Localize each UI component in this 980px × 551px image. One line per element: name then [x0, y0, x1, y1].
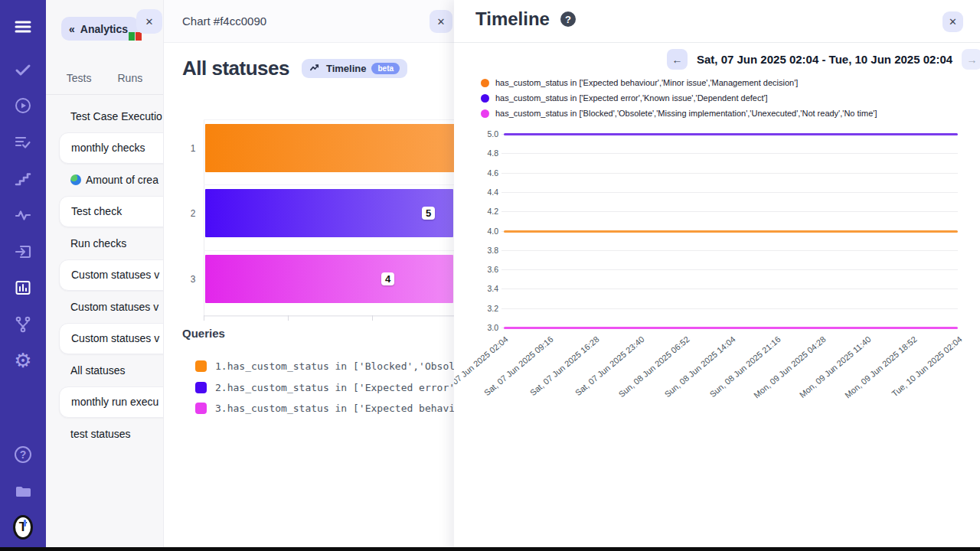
tab-tests[interactable]: Tests [65, 69, 93, 87]
sidebar-item-label: Custom statuses v [70, 301, 158, 313]
chart-legend: has_custom_status in ['Expected behaviou… [481, 75, 877, 121]
hamburger-menu-icon[interactable] [13, 17, 33, 37]
chart-panel-title: Chart #f4cc0090 [182, 15, 266, 28]
y-axis-tick-label: 4.4 [465, 187, 498, 197]
y-axis-tick-label: 4.2 [465, 207, 498, 216]
series-line-3 [504, 327, 958, 329]
legend-item-1[interactable]: has_custom_status in ['Expected behaviou… [481, 75, 877, 90]
folder-icon[interactable] [13, 481, 33, 501]
app-logo[interactable]: T [13, 517, 33, 537]
legend-dot [481, 109, 489, 118]
timeline-close-button[interactable]: ✕ [942, 11, 963, 32]
sidebar-item-amount-of-crea[interactable]: Amount of crea [46, 164, 164, 195]
date-next-button[interactable]: → [962, 49, 980, 70]
query-color-swatch [195, 403, 207, 414]
grid-line [204, 119, 454, 120]
grid-line [501, 211, 958, 212]
steps-icon[interactable] [13, 169, 33, 189]
chart-detail-panel: Chart #f4cc0090 ✕ All statuses Timeline … [164, 0, 454, 551]
sidebar-item-all-statuses[interactable]: All statuses [46, 354, 164, 386]
sidebar-item-label: Run checks [70, 237, 126, 249]
query-text: 2.has_custom_status in ['Expected error'… [215, 382, 454, 393]
bar-series-1[interactable] [205, 124, 454, 172]
help-icon[interactable]: ? [560, 11, 576, 27]
analytics-collapse-button[interactable]: « Analytics [61, 17, 139, 41]
timeline-panel: Timeline ? ✕ ← Sat, 07 Jun 2025 02:04 - … [454, 0, 980, 551]
help-circle-icon[interactable]: ? [13, 445, 33, 465]
axis-tick [204, 315, 204, 321]
logo-accent [24, 520, 26, 527]
axis-tick [288, 315, 289, 321]
grid-line [501, 250, 958, 251]
bar-chart: 12534 [164, 115, 454, 325]
date-prev-button[interactable]: ← [667, 49, 688, 70]
y-axis-tick-label: 4.8 [465, 148, 498, 158]
app-screen: ⚙ ? T « Analytics ✕ Tests Runs Test Case… [0, 0, 980, 551]
x-axis-tick-label: Sat, 07 Jun 2025 16:28 [528, 334, 600, 397]
sidebar-item-run-checks[interactable]: Run checks [46, 227, 164, 259]
timeline-toggle-button[interactable]: Timeline beta [302, 59, 407, 78]
divider [454, 42, 980, 43]
sidebar-item-label: Custom statuses v [71, 332, 159, 344]
x-axis-tick-label: Mon, 09 Jun 2025 18:52 [843, 334, 919, 399]
x-axis-tick-label: Tue, 10 Jun 2025 02:04 [890, 334, 963, 399]
sidebar-item-test-statuses[interactable]: test statuses [46, 418, 164, 449]
grid-line [501, 153, 958, 154]
tab-runs[interactable]: Runs [116, 69, 145, 87]
chart-panel-header: Chart #f4cc0090 [164, 0, 454, 43]
grid-line [204, 184, 454, 185]
sidebar-item-label: Test check [71, 205, 122, 217]
bar-chart-icon[interactable] [13, 278, 33, 298]
bar-series-2[interactable] [205, 189, 453, 237]
activity-pulse-icon[interactable] [13, 205, 33, 225]
sign-in-icon[interactable] [13, 242, 33, 262]
x-axis-tick-label: Sat, 07 Jun 2025 23:40 [573, 334, 646, 397]
bar-series-3[interactable] [205, 255, 453, 303]
timeline-toggle-label: Timeline [326, 63, 367, 74]
grid-line [501, 192, 958, 193]
legend-dot [481, 79, 489, 87]
list-check-icon[interactable] [13, 132, 33, 152]
query-color-swatch [195, 382, 207, 393]
branch-icon[interactable] [13, 315, 33, 334]
grid-line [501, 173, 958, 174]
check-icon[interactable] [13, 60, 33, 80]
x-axis-tick-label: Sun, 08 Jun 2025 14:04 [662, 334, 737, 399]
icon-rail: ⚙ ? T [0, 0, 46, 551]
sidebar-item-label: test statuses [70, 428, 131, 440]
sidebar-item-test-check[interactable]: Test check [59, 196, 164, 227]
x-axis-tick-label: Mon, 09 Jun 2025 04:28 [752, 334, 828, 399]
legend-label: has_custom_status in ['Blocked','Obsolet… [495, 109, 877, 118]
x-axis-tick-label: Sun, 08 Jun 2025 06:52 [617, 334, 691, 399]
sidebar-item-custom-statuses-v[interactable]: Custom statuses v [59, 323, 164, 354]
bar-category-label: 1 [187, 143, 199, 154]
analytics-label: Analytics [80, 23, 128, 35]
y-axis-tick-label: 4.0 [465, 227, 498, 236]
sidebar-item-test-case-executio[interactable]: Test Case Executio [46, 100, 164, 132]
legend-item-3[interactable]: has_custom_status in ['Blocked','Obsolet… [481, 106, 877, 121]
logo-letter: T [13, 515, 33, 540]
sidebar-item-label: Test Case Executio [70, 110, 162, 122]
y-axis-tick-label: 3.4 [465, 284, 498, 293]
sidebar-item-custom-statuses-v[interactable]: Custom statuses v [59, 259, 164, 291]
chart-panel-close-button[interactable]: ✕ [430, 10, 452, 33]
bar-y-axis [204, 120, 204, 316]
grid-line [501, 134, 958, 135]
grid-line [204, 316, 454, 317]
sidebar-item-label: Custom statuses v [71, 269, 159, 281]
query-row-2: 2.has_custom_status in ['Expected error'… [195, 382, 454, 393]
sidebar-item-custom-statuses-v[interactable]: Custom statuses v [46, 291, 164, 322]
grid-line [204, 250, 454, 251]
chart-heading: All statuses [182, 57, 289, 80]
bar-value-label: 4 [381, 272, 394, 285]
query-color-swatch [195, 360, 207, 372]
gear-icon[interactable]: ⚙ [13, 350, 33, 370]
bar-category-label: 3 [187, 274, 199, 285]
sidebar-item-monthly-run-execu[interactable]: monthly run execu [59, 386, 164, 418]
sidebar-close-button[interactable]: ✕ [136, 9, 162, 34]
sidebar-item-monthly-checks[interactable]: monthly checks [59, 132, 164, 164]
legend-item-2[interactable]: has_custom_status in ['Expected error','… [481, 90, 877, 106]
sidebar-tabs: Tests Runs [46, 69, 163, 87]
play-circle-icon[interactable] [13, 96, 33, 116]
sidebar-item-label: All statuses [70, 364, 126, 377]
